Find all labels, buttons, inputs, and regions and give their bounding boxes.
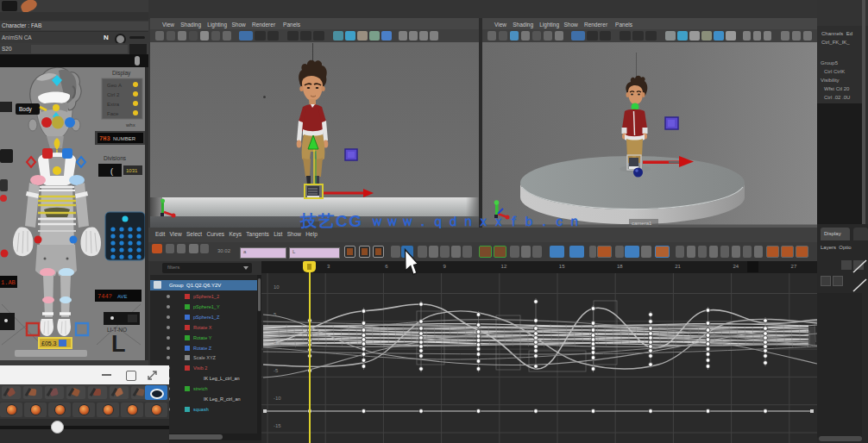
svg-text:£05.3: £05.3	[41, 340, 57, 346]
svg-text:7H3: 7H3	[99, 135, 110, 142]
svg-text:(: (	[110, 167, 113, 176]
svg-text:NUMBER: NUMBER	[113, 136, 136, 141]
svg-text:Body: Body	[19, 106, 33, 113]
svg-text:Geo A: Geo A	[107, 83, 122, 88]
svg-text:whx: whx	[125, 122, 135, 128]
svg-text:Ctrl 2: Ctrl 2	[107, 92, 120, 97]
svg-text:Display: Display	[112, 70, 131, 77]
svg-text:AVE: AVE	[117, 294, 128, 299]
svg-text:744?: 744?	[97, 293, 112, 300]
svg-text:1.AB: 1.AB	[1, 279, 16, 286]
svg-text:camera1: camera1	[632, 221, 652, 226]
svg-text:Divisions: Divisions	[104, 155, 127, 161]
svg-text:1031: 1031	[126, 168, 138, 173]
svg-text:L: L	[111, 331, 126, 357]
svg-text:Face: Face	[107, 111, 119, 116]
svg-text:Extra: Extra	[107, 102, 120, 107]
